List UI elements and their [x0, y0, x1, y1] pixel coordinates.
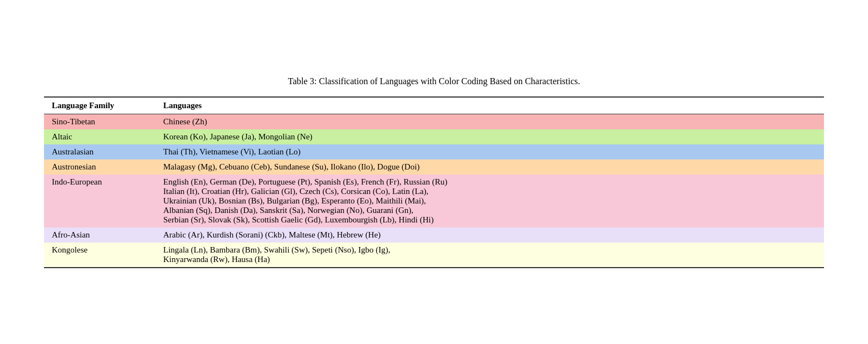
page-container: Table 3: Classification of Languages wit… — [44, 76, 824, 268]
cell-family: Sino-Tibetan — [44, 114, 155, 129]
cell-family: Indo-European — [44, 175, 155, 227]
cell-languages: English (En), German (De), Portuguese (P… — [155, 175, 824, 227]
cell-family: Altaic — [44, 129, 155, 144]
cell-family: Australasian — [44, 144, 155, 159]
table-row: Afro-AsianArabic (Ar), Kurdish (Sorani) … — [44, 227, 824, 243]
language-table: Language Family Languages Sino-TibetanCh… — [44, 96, 824, 268]
cell-languages: Malagasy (Mg), Cebuano (Ceb), Sundanese … — [155, 159, 824, 175]
table-row: Indo-EuropeanEnglish (En), German (De), … — [44, 175, 824, 227]
table-row: AustronesianMalagasy (Mg), Cebuano (Ceb)… — [44, 159, 824, 175]
header-languages: Languages — [155, 97, 824, 114]
cell-languages: Thai (Th), Vietnamese (Vi), Laotian (Lo) — [155, 144, 824, 159]
table-row: KongoleseLingala (Ln), Bambara (Bm), Swa… — [44, 243, 824, 268]
table-row: Sino-TibetanChinese (Zh) — [44, 114, 824, 129]
cell-family: Austronesian — [44, 159, 155, 175]
cell-languages: Arabic (Ar), Kurdish (Sorani) (Ckb), Mal… — [155, 227, 824, 243]
table-row: AustralasianThai (Th), Vietnamese (Vi), … — [44, 144, 824, 159]
table-caption: Table 3: Classification of Languages wit… — [44, 76, 824, 86]
cell-languages: Lingala (Ln), Bambara (Bm), Swahili (Sw)… — [155, 243, 824, 268]
cell-languages: Chinese (Zh) — [155, 114, 824, 129]
cell-languages: Korean (Ko), Japanese (Ja), Mongolian (N… — [155, 129, 824, 144]
header-family: Language Family — [44, 97, 155, 114]
cell-family: Kongolese — [44, 243, 155, 268]
table-row: AltaicKorean (Ko), Japanese (Ja), Mongol… — [44, 129, 824, 144]
cell-family: Afro-Asian — [44, 227, 155, 243]
table-header-row: Language Family Languages — [44, 97, 824, 114]
